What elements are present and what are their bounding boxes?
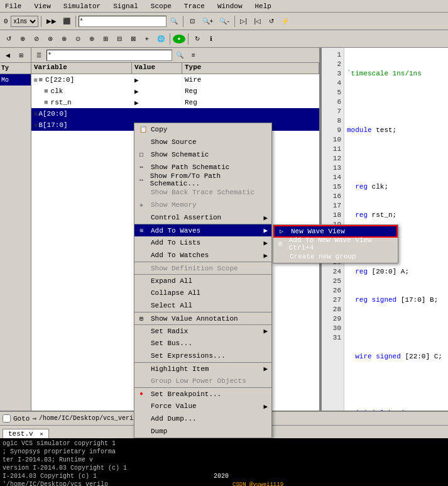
menu-view[interactable]: View <box>31 2 53 11</box>
ctx-add-dump-label: Add Dump... <box>151 415 197 422</box>
ctx-expand-all-label: Expand All <box>151 277 192 285</box>
reload-button[interactable]: ↺ <box>265 15 278 28</box>
zoom-out-button[interactable]: 🔍- <box>217 15 231 28</box>
expand-b[interactable]: ⊞ <box>34 122 37 129</box>
tab-test-v-label: test.v <box>8 430 33 438</box>
breakpoint-icon: ● <box>139 390 151 397</box>
highlight-arrow: ▶ <box>263 365 268 373</box>
ctx-select-all-label: Select All <box>151 302 192 309</box>
ctx-dump[interactable]: Dump <box>134 425 271 438</box>
tb2-btn10[interactable]: ⊠ <box>127 33 139 45</box>
compile-button[interactable]: ⚡ <box>279 15 292 28</box>
tb2-btn1[interactable]: ↺ <box>3 33 15 45</box>
tb2-refresh[interactable]: ↻ <box>191 33 204 45</box>
search-input[interactable] <box>79 16 167 27</box>
goto-arrow: ⇒ <box>32 414 36 422</box>
step-back-button[interactable]: |◁ <box>251 15 264 28</box>
goto-checkbox[interactable] <box>3 414 11 422</box>
tb2-btn12[interactable]: 🌐 <box>155 33 167 45</box>
toolbar-row1: 0 x1ns ▶▶ ⬛ 🔍 ⊡ 🔍+ 🔍- ▷| |◁ ↺ ⚡ <box>0 13 448 30</box>
tb2-btn8[interactable]: ⊞ <box>99 33 112 45</box>
expand-c[interactable]: ⊞ <box>34 77 37 84</box>
tab-close-icon[interactable]: ✕ <box>40 431 43 438</box>
ctx-collapse-all[interactable]: Collapse All <box>134 287 271 299</box>
ctx-set-expressions-label: Set Expressions... <box>151 352 226 360</box>
ctx-control-assertion[interactable]: Control Assertion ▶ <box>134 211 271 224</box>
tb2-btn2[interactable]: ⊕ <box>16 33 29 45</box>
ctx-show-source[interactable]: Show Source <box>134 136 271 148</box>
code-line-8: reg [20:0] A; <box>347 267 445 277</box>
separator3 <box>183 16 183 27</box>
ctx-add-to-watches[interactable]: Add To Watches ▶ <box>134 249 271 262</box>
var-list-btn[interactable]: ≡ <box>187 49 200 62</box>
menu-file[interactable]: File <box>3 2 24 11</box>
tb2-btn5[interactable]: ⊗ <box>58 33 70 45</box>
module-row[interactable]: Mo <box>0 74 31 86</box>
memory-icon: ◈ <box>139 201 151 209</box>
stop-button[interactable]: ⬛ <box>60 15 73 28</box>
tb2-btn7[interactable]: ⊕ <box>85 33 98 45</box>
search-button[interactable]: 🔍 <box>168 15 180 28</box>
ctx-show-fromto[interactable]: ↔ Show From/To Path Schematic... <box>134 174 271 186</box>
tb2-btn9[interactable]: ⊟ <box>113 33 126 45</box>
tab-test-v[interactable]: test.v ✕ <box>3 429 49 438</box>
ctx-show-schematic[interactable]: □ Show Schematic <box>134 148 271 161</box>
ctx-show-value-ann[interactable]: ⊞ Show Value Annotation <box>134 312 271 324</box>
ctx-dump-label: Dump <box>151 428 167 435</box>
ctx-force-value[interactable]: Force Value ▶ <box>134 400 271 412</box>
code-line-9: reg signed [17:0] B; <box>347 295 445 305</box>
var-row-a[interactable]: ⊞ A[20:0] <box>31 108 319 119</box>
ctx-set-expressions[interactable]: Set Expressions... <box>134 350 271 362</box>
menu-trace[interactable]: Trace <box>182 2 207 11</box>
tb2-info[interactable]: ℹ <box>205 33 217 45</box>
ctx-force-value-label: Force Value <box>151 402 197 410</box>
zoom-in-button[interactable]: 🔍+ <box>200 15 216 28</box>
var-search-btn[interactable]: 🔍 <box>173 49 186 62</box>
menu-simulator[interactable]: Simulator <box>61 2 103 11</box>
ctx-highlight-item[interactable]: Highlight Item ▶ <box>134 362 271 375</box>
sub-add-to-new-wave[interactable]: ⊞ Add To New Wave View Ctrl+4 <box>273 238 398 250</box>
var-tb-btn1[interactable]: ☰ <box>33 49 45 62</box>
reg-icon-rstn: ■ <box>44 99 48 106</box>
mini-btn2[interactable]: ⊞ <box>15 49 28 62</box>
var-row-c[interactable]: ⊞ ■ C[22:0] ▶ Wire <box>31 74 319 86</box>
var-row-clk[interactable]: ■ clk ▶ Reg <box>31 86 319 97</box>
tb2-status[interactable]: ● <box>173 35 185 43</box>
var-row-rstn[interactable]: ■ rst_n ▶ Reg <box>31 97 319 108</box>
tb2-btn3[interactable]: ⊘ <box>30 33 43 45</box>
tb2-btn6[interactable]: ⊙ <box>72 33 84 45</box>
zoom-fit-button[interactable]: ⊡ <box>186 15 199 28</box>
menu-scope[interactable]: Scope <box>148 2 174 11</box>
var-search[interactable] <box>46 50 172 61</box>
ctx-set-radix[interactable]: Set Radix ▶ <box>134 324 271 337</box>
ctx-set-bus[interactable]: Set Bus... <box>134 337 271 350</box>
ctx-set-breakpoint[interactable]: ● Set Breakpoint... <box>134 387 271 400</box>
ctx-add-to-lists[interactable]: Add To Lists ▶ <box>134 236 271 249</box>
sub-new-wave-view[interactable]: ▷ New Wave View <box>273 225 398 238</box>
run-button[interactable]: ▶▶ <box>44 15 59 28</box>
ctx-select-all[interactable]: Select All <box>134 299 271 312</box>
sub-create-group[interactable]: Create new group <box>273 250 398 263</box>
ctx-show-path-sch[interactable]: ⋯ Show Path Schematic <box>134 161 271 174</box>
expand-a[interactable]: ⊞ <box>34 111 37 118</box>
step-forward-button[interactable]: ▷| <box>238 15 250 28</box>
ctx-add-to-waves[interactable]: ≋ Add To Waves ▶ ▷ New Wave View ⊞ Add T… <box>134 224 271 236</box>
tb2-btn11[interactable]: ⌖ <box>141 33 153 45</box>
ctx-copy[interactable]: 📋 Copy <box>134 123 271 136</box>
ctx-expand-all[interactable]: Expand All <box>134 274 271 287</box>
menu-bar: File View Simulator Signal Scope Trace W… <box>0 0 448 13</box>
wire-icon: ■ <box>38 76 43 84</box>
timescale-directive: `timescale 1ns/1ns <box>347 70 422 77</box>
var-header: Variable Value Type <box>31 63 319 74</box>
tb2-btn4[interactable]: ⊛ <box>44 33 57 45</box>
type-header: Ty <box>0 63 31 74</box>
mini-btn1[interactable]: ◀ <box>1 49 14 62</box>
menu-signal[interactable]: Signal <box>111 2 141 11</box>
sim-time-unit[interactable]: x1ns <box>11 16 38 27</box>
menu-help[interactable]: Help <box>252 2 273 11</box>
var-col-variable: Variable <box>31 63 132 74</box>
code-line-10 <box>347 324 445 333</box>
menu-window[interactable]: Window <box>215 2 245 11</box>
sub-add-to-new-wave-label: Add To New Wave View Ctrl+4 <box>289 236 393 251</box>
ctx-add-dump[interactable]: Add Dump... <box>134 412 271 425</box>
